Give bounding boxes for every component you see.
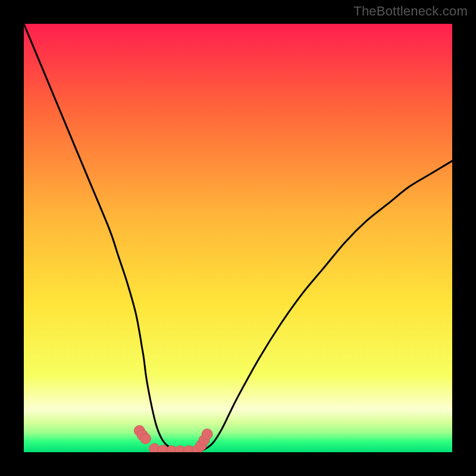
plot-area: [24, 24, 452, 452]
gradient-background: [24, 24, 452, 452]
watermark-text: TheBottleneck.com: [353, 4, 468, 19]
marker-dot: [140, 433, 151, 444]
marker-dot: [202, 429, 212, 440]
bottleneck-chart: [24, 24, 452, 452]
chart-stage: TheBottleneck.com: [0, 0, 476, 476]
